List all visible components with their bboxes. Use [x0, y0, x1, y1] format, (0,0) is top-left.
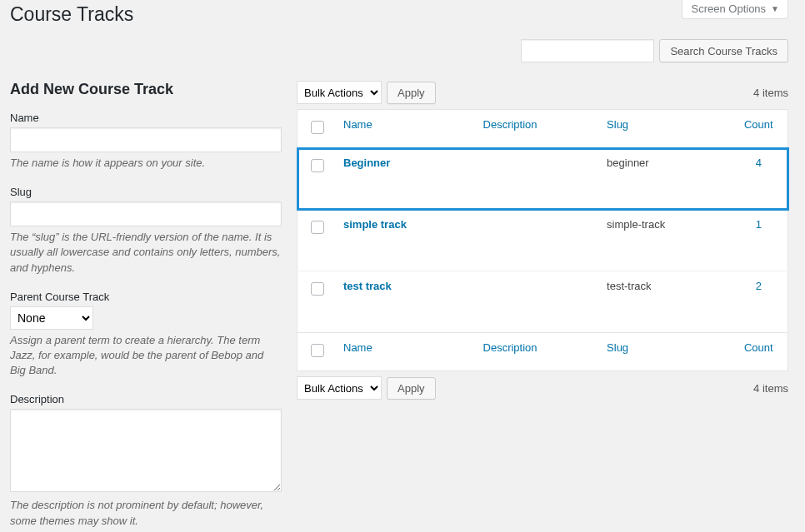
bulk-apply-top[interactable]: Apply — [387, 82, 436, 104]
parent-select[interactable]: None — [10, 306, 93, 330]
row-name-link[interactable]: Beginner — [343, 157, 390, 169]
slug-input[interactable] — [10, 201, 282, 226]
row-name-link[interactable]: simple track — [343, 218, 407, 231]
name-input[interactable] — [10, 127, 282, 152]
slug-help: The “slug” is the URL-friendly version o… — [10, 230, 282, 276]
row-count-link[interactable]: 2 — [756, 280, 762, 292]
row-count-link[interactable]: 4 — [756, 157, 762, 169]
table-row: test tracktest-track2 — [298, 271, 788, 333]
search-input[interactable] — [521, 39, 654, 62]
search-button[interactable]: Search Course Tracks — [659, 39, 788, 62]
row-checkbox[interactable] — [311, 221, 324, 234]
row-slug: test-track — [598, 271, 729, 333]
col-header-count[interactable]: Count — [730, 110, 788, 148]
slug-label: Slug — [10, 186, 282, 198]
course-tracks-table: Name Description Slug Count Beginnerbegi… — [297, 109, 788, 371]
select-all-top[interactable] — [311, 121, 324, 134]
bulk-actions-select-top[interactable]: Bulk Actions — [297, 81, 382, 104]
add-form-heading: Add New Course Track — [10, 81, 282, 98]
row-count-link[interactable]: 1 — [756, 218, 762, 231]
name-label: Name — [10, 112, 282, 124]
items-count-bottom: 4 items — [753, 382, 788, 395]
row-checkbox[interactable] — [311, 282, 324, 296]
chevron-down-icon: ▼ — [771, 4, 779, 13]
table-row: Beginnerbeginner4 — [298, 148, 788, 210]
screen-options-toggle[interactable]: Screen Options ▼ — [682, 0, 788, 19]
screen-options-label: Screen Options — [691, 2, 766, 15]
bulk-actions-select-bottom[interactable]: Bulk Actions — [297, 376, 382, 400]
parent-label: Parent Course Track — [10, 291, 282, 303]
description-label: Description — [10, 393, 282, 405]
select-all-bottom[interactable] — [311, 344, 324, 357]
col-footer-description[interactable]: Description — [475, 333, 599, 371]
description-help: The description is not prominent by defa… — [10, 498, 282, 528]
row-description — [475, 148, 599, 210]
col-header-description[interactable]: Description — [475, 110, 599, 148]
row-name-link[interactable]: test track — [343, 280, 392, 292]
col-footer-name[interactable]: Name — [335, 333, 475, 371]
description-textarea[interactable] — [10, 409, 282, 492]
table-row: simple tracksimple-track1 — [298, 210, 788, 271]
col-footer-count[interactable]: Count — [730, 333, 788, 371]
col-footer-slug[interactable]: Slug — [598, 333, 729, 371]
row-checkbox[interactable] — [311, 159, 324, 172]
row-description — [475, 210, 599, 271]
page-title: Course Tracks — [10, 3, 133, 26]
items-count-top: 4 items — [753, 87, 788, 99]
col-header-slug[interactable]: Slug — [598, 110, 729, 148]
parent-help: Assign a parent term to create a hierarc… — [10, 333, 282, 379]
row-slug: simple-track — [598, 210, 729, 271]
row-slug: beginner — [598, 148, 729, 210]
row-description — [475, 271, 599, 333]
bulk-apply-bottom[interactable]: Apply — [387, 377, 436, 400]
col-header-name[interactable]: Name — [335, 110, 475, 148]
name-help: The name is how it appears on your site. — [10, 156, 282, 171]
